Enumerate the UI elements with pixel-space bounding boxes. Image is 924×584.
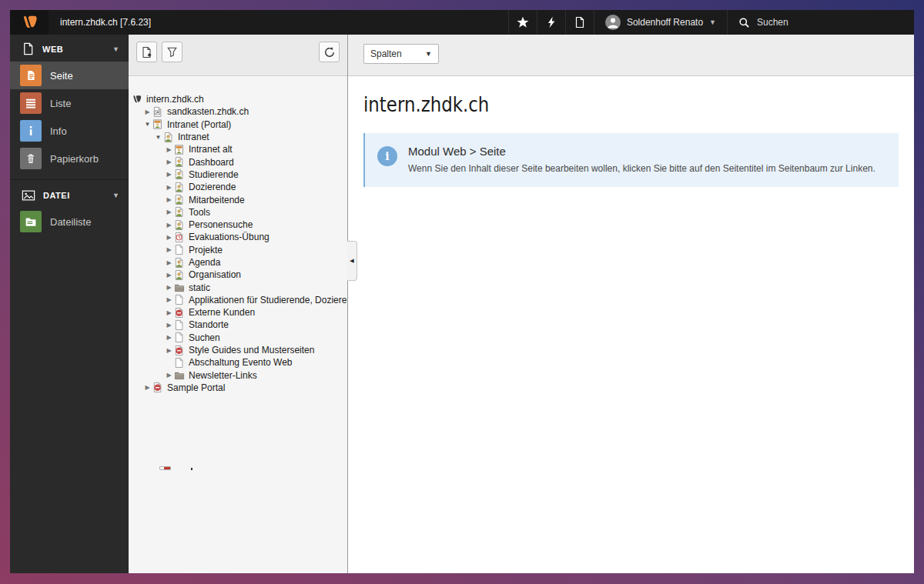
tree-node[interactable]: ▶static — [129, 281, 347, 293]
tree-expand-arrow-icon[interactable]: ▶ — [164, 259, 174, 266]
tree-expand-arrow-icon[interactable]: ▶ — [164, 334, 174, 341]
tree-node[interactable]: ▶Applikationen für Studierende, Dozieren… — [129, 294, 347, 306]
tree-node[interactable]: ▶Organisation — [129, 269, 347, 281]
open-document-button[interactable] — [565, 10, 594, 35]
page-user-icon[interactable] — [174, 206, 186, 218]
tree-expand-arrow-icon[interactable]: ▶ — [142, 108, 152, 115]
tree-node-label[interactable]: Sample Portal — [164, 382, 225, 393]
page-clock-icon[interactable] — [174, 232, 186, 243]
columns-select[interactable]: Spalten ▼ — [363, 44, 439, 64]
tree-node-label[interactable]: Dozierende — [186, 182, 236, 192]
tree-node-label[interactable]: Personensuche — [186, 219, 253, 230]
tree-node-label[interactable]: Studierende — [186, 169, 239, 180]
page-user-icon[interactable] — [174, 269, 186, 281]
tree-expand-arrow-icon[interactable]: ▶ — [164, 159, 174, 165]
tree-node[interactable]: ▶Dashboard — [129, 155, 347, 168]
page-icon[interactable] — [174, 244, 186, 255]
tree-node[interactable]: ▶Standorte — [129, 319, 347, 331]
tree-node[interactable]: ▶Sample Portal — [129, 382, 347, 394]
tree-node[interactable]: ▼Intranet — [129, 131, 347, 143]
tree-expand-arrow-icon[interactable]: ▶ — [164, 146, 174, 153]
tree-expand-arrow-icon[interactable]: ▶ — [164, 372, 174, 379]
user-menu[interactable]: Soldenhoff Renato ▼ — [594, 10, 727, 35]
page-user-icon[interactable] — [174, 182, 186, 193]
tree-node[interactable]: ▶Tools — [129, 206, 347, 219]
tree-node-label[interactable]: Externe Kunden — [186, 307, 255, 318]
page-icon[interactable] — [174, 357, 186, 369]
tree-node[interactable]: ▶Suchen — [129, 332, 347, 344]
tree-node[interactable]: ▶Mitarbeitende — [129, 193, 347, 205]
page-portal-icon[interactable] — [152, 118, 164, 130]
folder-icon[interactable] — [174, 282, 186, 293]
tree-node[interactable]: ▶Dozierende — [129, 181, 347, 193]
tree-node-label[interactable]: Projekte — [186, 245, 223, 255]
typo3-logo[interactable] — [10, 10, 49, 35]
tree-node-label[interactable]: static — [186, 282, 210, 293]
tree-node[interactable]: ▶Newsletter-Links — [129, 369, 347, 382]
tree-expand-arrow-icon[interactable]: ▶ — [164, 171, 174, 178]
tree-expand-arrow-icon[interactable]: ▶ — [164, 284, 174, 291]
tree-node-label[interactable]: intern.zhdk.ch — [143, 94, 204, 105]
page-icon[interactable] — [174, 294, 186, 305]
typo3-icon[interactable] — [132, 94, 143, 105]
tree-node-label[interactable]: sandkasten.zhdk.ch — [164, 106, 249, 117]
tree-expand-arrow-icon[interactable]: ▶ — [164, 222, 174, 229]
tree-expand-arrow-icon[interactable]: ▶ — [164, 246, 174, 253]
tree-node[interactable]: ▶Externe Kunden — [129, 306, 347, 319]
page-user-icon[interactable] — [174, 194, 186, 205]
tree-expand-arrow-icon[interactable]: ▶ — [164, 209, 174, 215]
tree-node[interactable]: ▶Projekte — [129, 244, 347, 256]
tree-expand-arrow-icon[interactable]: ▶ — [164, 234, 174, 241]
tree-expand-arrow-icon[interactable]: ▶ — [164, 322, 174, 329]
page-user-icon[interactable] — [174, 156, 186, 168]
tree-node-label[interactable]: Applikationen für Studierende, Dozierend… — [186, 295, 347, 305]
page-icon[interactable] — [174, 332, 186, 343]
tree-node-label[interactable]: Mitarbeitende — [186, 195, 245, 205]
page-user-icon[interactable] — [174, 257, 186, 269]
tree-node-label[interactable]: Organisation — [186, 269, 241, 280]
folder-icon[interactable] — [174, 370, 186, 381]
tree-expand-arrow-icon[interactable]: ▶ — [164, 184, 174, 191]
tree-expand-arrow-icon[interactable]: ▶ — [164, 272, 174, 279]
tree-collapse-arrow-icon[interactable]: ▼ — [142, 121, 152, 128]
tree-node-label[interactable]: Suchen — [186, 332, 220, 343]
topbar-search[interactable]: Suchen — [727, 10, 914, 35]
tree-node[interactable]: ▶Style Guides und Musterseiten — [129, 344, 347, 356]
page-user-icon[interactable] — [163, 132, 175, 143]
page-portal-icon[interactable] — [174, 144, 186, 155]
tree-node[interactable]: ▶Personensuche — [129, 219, 347, 231]
tree-node[interactable]: Abschaltung Evento Web — [129, 356, 347, 369]
tree-node[interactable]: ▶Agenda — [129, 256, 347, 269]
page-user-icon[interactable] — [174, 169, 186, 180]
tree-node-label[interactable]: Tools — [186, 207, 210, 218]
module-group-header[interactable]: DATEI▼ — [10, 182, 129, 208]
page-icon[interactable] — [174, 319, 186, 331]
tree-node[interactable]: ▼Intranet (Portal) — [129, 118, 347, 131]
tree-node-label[interactable]: Dashboard — [186, 157, 234, 168]
tree-expand-arrow-icon[interactable]: ▶ — [164, 309, 174, 316]
tree-node-label[interactable]: Intranet (Portal) — [164, 119, 231, 130]
filter-button[interactable] — [162, 42, 182, 62]
tree-node-label[interactable]: Style Guides und Musterseiten — [186, 345, 314, 355]
module-item-papierkorb[interactable]: Papierkorb — [10, 145, 129, 172]
clear-cache-button[interactable] — [537, 10, 565, 35]
tree-node-label[interactable]: Intranet alt — [186, 144, 233, 155]
tree-node-label[interactable]: Newsletter-Links — [186, 370, 257, 381]
page-hidden-icon[interactable] — [152, 382, 164, 393]
new-page-button[interactable] — [136, 42, 157, 62]
tree-expand-arrow-icon[interactable]: ▶ — [164, 296, 174, 303]
tree-node-label[interactable]: Standorte — [186, 319, 229, 330]
tree-node-label[interactable]: Evakuations-Übung — [186, 232, 270, 242]
tree-node[interactable]: ▶Intranet alt — [129, 143, 347, 155]
module-item-liste[interactable]: Liste — [10, 89, 129, 117]
tree-node-label[interactable]: Intranet — [175, 132, 209, 142]
page-hidden-icon[interactable] — [174, 345, 186, 356]
tree-node[interactable]: ▶Evakuations-Übung — [129, 231, 347, 243]
module-item-info[interactable]: Info — [10, 117, 129, 145]
bookmarks-button[interactable] — [508, 10, 537, 35]
tree-expand-arrow-icon[interactable]: ▶ — [164, 196, 174, 203]
page-hidden-icon[interactable] — [174, 307, 186, 319]
page-user-icon[interactable] — [174, 219, 186, 231]
refresh-tree-button[interactable] — [319, 42, 340, 62]
module-item-dateiliste[interactable]: Dateiliste — [10, 208, 129, 235]
